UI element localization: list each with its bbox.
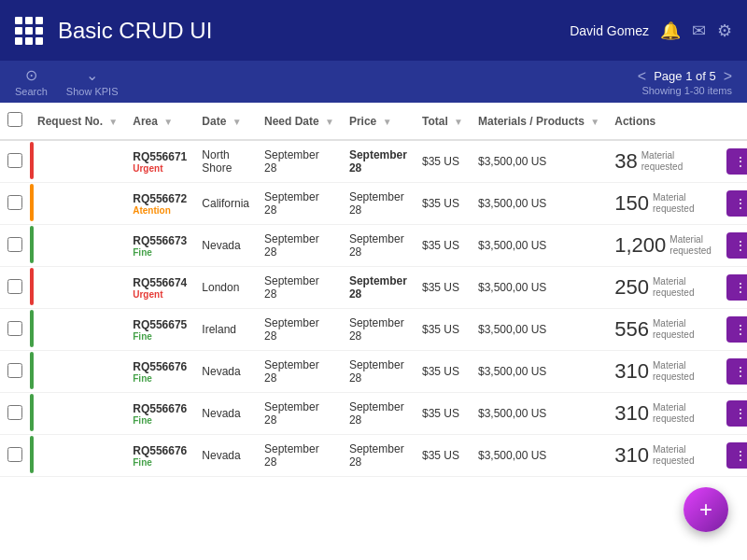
materials-cell: 250 Material requested	[614, 275, 712, 300]
material-label: Material requested	[669, 234, 711, 257]
row-status-bar-cell	[30, 140, 125, 183]
row-date: September 28	[257, 435, 342, 477]
row-actions: ⋮	[719, 225, 747, 267]
col-header-price[interactable]: Price ▼	[342, 103, 415, 140]
row-total: $3,500,00 US	[471, 183, 607, 225]
status-bar	[30, 436, 34, 473]
mail-icon[interactable]: ✉	[692, 21, 706, 41]
row-checkbox[interactable]	[7, 447, 22, 462]
bell-icon[interactable]: 🔔	[660, 21, 681, 41]
table-row: RQ556676 Fine Nevada September 28 Septem…	[0, 435, 747, 477]
col-header-area[interactable]: Area ▼	[125, 103, 194, 140]
status-bar	[30, 268, 34, 305]
status-bar	[30, 142, 34, 179]
table-header-row: Request No. ▼ Area ▼ Date ▼ Need Date ▼ …	[0, 103, 747, 140]
status-label: Fine	[133, 457, 187, 468]
row-date: September 28	[257, 393, 342, 435]
col-header-need-date[interactable]: Need Date ▼	[257, 103, 342, 140]
row-total: $3,500,00 US	[471, 309, 607, 351]
row-need-date: September 28	[342, 140, 415, 183]
status-label: Urgent	[133, 289, 187, 300]
status-label: Fine	[133, 415, 187, 426]
status-label: Atention	[133, 205, 187, 216]
row-action-button[interactable]: ⋮	[726, 442, 747, 469]
table-row: RQ556672 Atention California September 2…	[0, 183, 747, 225]
col-header-materials[interactable]: Materials / Products ▼	[471, 103, 607, 140]
row-date: September 28	[257, 225, 342, 267]
row-request-no: RQ556673 Fine	[125, 225, 194, 267]
row-total: $3,500,00 US	[471, 140, 607, 183]
row-checkbox[interactable]	[7, 321, 22, 336]
status-bar	[30, 184, 34, 221]
row-price: $35 US	[415, 225, 471, 267]
pagination: < Page 1 of 5 >	[638, 68, 732, 85]
apps-icon[interactable]	[15, 17, 43, 45]
row-materials: 1,200 Material requested	[607, 225, 719, 267]
row-checkbox-cell	[0, 225, 30, 267]
page-indicator: Page 1 of 5	[654, 69, 716, 83]
status-label: Fine	[133, 247, 187, 258]
prev-page-button[interactable]: <	[638, 68, 646, 85]
col-header-date[interactable]: Date ▼	[194, 103, 257, 140]
col-header-actions: Actions	[607, 103, 719, 140]
row-materials: 310 Material requested	[607, 435, 719, 477]
row-action-button[interactable]: ⋮	[726, 232, 747, 259]
row-price: $35 US	[415, 435, 471, 477]
materials-qty: 150	[614, 191, 649, 216]
table-row: RQ556676 Fine Nevada September 28 Septem…	[0, 351, 747, 393]
row-action-button[interactable]: ⋮	[726, 148, 747, 175]
show-kpis-label: Show KPIS	[66, 86, 119, 97]
showing-items-text: Showing 1-30 items	[641, 85, 732, 96]
row-checkbox[interactable]	[7, 237, 22, 252]
materials-cell: 38 Material requested	[614, 149, 712, 174]
next-page-button[interactable]: >	[724, 68, 732, 85]
material-label: Material requested	[653, 318, 712, 341]
select-all-checkbox[interactable]	[7, 112, 22, 127]
materials-qty: 38	[614, 149, 637, 174]
table-row: RQ556674 Urgent London September 28 Sept…	[0, 267, 747, 309]
row-action-button[interactable]: ⋮	[726, 190, 747, 217]
col-header-request-no[interactable]: Request No. ▼	[30, 103, 125, 140]
request-id: RQ556676	[133, 444, 187, 457]
table-row: RQ556676 Fine Nevada September 28 Septem…	[0, 393, 747, 435]
row-status-bar-cell	[30, 435, 125, 477]
row-status-bar-cell	[30, 351, 125, 393]
request-id: RQ556672	[133, 192, 187, 205]
materials-cell: 556 Material requested	[614, 317, 712, 342]
row-request-no: RQ556676 Fine	[125, 393, 194, 435]
row-checkbox[interactable]	[7, 363, 22, 378]
add-fab-button[interactable]: +	[684, 487, 728, 532]
table-row: RQ556673 Fine Nevada September 28 Septem…	[0, 225, 747, 267]
col-header-total[interactable]: Total ▼	[415, 103, 471, 140]
row-request-no: RQ556674 Urgent	[125, 267, 194, 309]
materials-qty: 310	[614, 359, 649, 384]
materials-cell: 310 Material requested	[614, 359, 712, 384]
row-checkbox-cell	[0, 267, 30, 309]
row-checkbox[interactable]	[7, 405, 22, 420]
row-action-button[interactable]: ⋮	[726, 400, 747, 427]
row-action-button[interactable]: ⋮	[726, 358, 747, 385]
status-bar	[30, 226, 34, 263]
sub-header-left: ⊙ Search ⌄ Show KPIS	[15, 66, 119, 97]
row-request-no: RQ556676 Fine	[125, 351, 194, 393]
settings-icon[interactable]: ⚙	[717, 21, 732, 41]
table-container: Request No. ▼ Area ▼ Date ▼ Need Date ▼ …	[0, 103, 747, 560]
row-action-button[interactable]: ⋮	[726, 274, 747, 301]
row-need-date: September 28	[342, 267, 415, 309]
material-label: Material requested	[653, 192, 712, 215]
row-total: $3,500,00 US	[471, 267, 607, 309]
top-header: Basic CRUD UI David Gomez 🔔 ✉ ⚙	[0, 0, 747, 61]
materials-cell: 150 Material requested	[614, 191, 712, 216]
show-kpis-button[interactable]: ⌄ Show KPIS	[66, 66, 119, 97]
row-checkbox[interactable]	[7, 279, 22, 294]
row-price: $35 US	[415, 309, 471, 351]
row-checkbox[interactable]	[7, 153, 22, 168]
search-button[interactable]: ⊙ Search	[15, 66, 48, 97]
row-checkbox-cell	[0, 351, 30, 393]
select-all-header[interactable]	[0, 103, 30, 140]
request-id: RQ556671	[133, 150, 187, 163]
material-label: Material requested	[641, 150, 712, 173]
row-checkbox[interactable]	[7, 195, 22, 210]
row-area: Ireland	[194, 309, 257, 351]
row-action-button[interactable]: ⋮	[726, 316, 747, 343]
